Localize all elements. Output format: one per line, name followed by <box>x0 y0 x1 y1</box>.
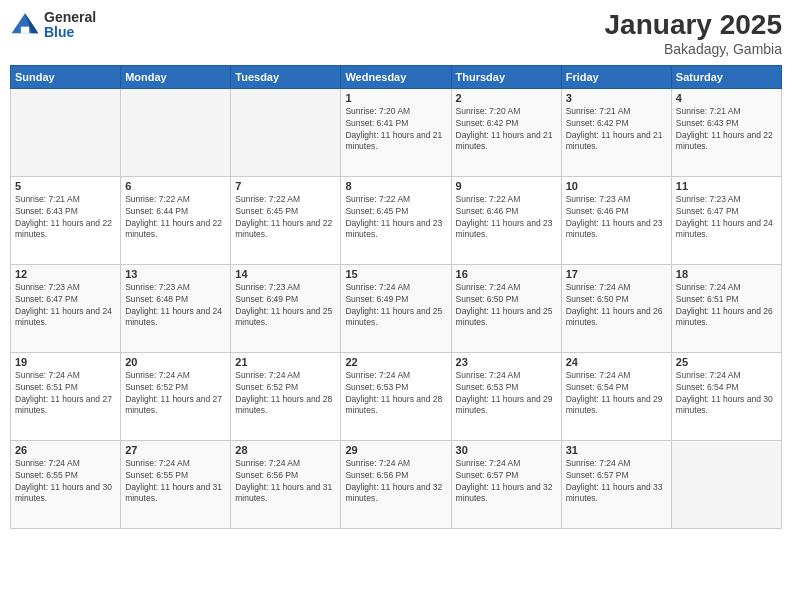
day-info: Sunrise: 7:21 AM Sunset: 6:43 PM Dayligh… <box>15 194 116 242</box>
day-number: 20 <box>125 356 226 368</box>
day-info: Sunrise: 7:24 AM Sunset: 6:50 PM Dayligh… <box>456 282 557 330</box>
col-tuesday: Tuesday <box>231 65 341 88</box>
day-number: 1 <box>345 92 446 104</box>
day-info: Sunrise: 7:24 AM Sunset: 6:54 PM Dayligh… <box>676 370 777 418</box>
day-number: 19 <box>15 356 116 368</box>
day-cell: 19Sunrise: 7:24 AM Sunset: 6:51 PM Dayli… <box>11 352 121 440</box>
day-cell: 18Sunrise: 7:24 AM Sunset: 6:51 PM Dayli… <box>671 264 781 352</box>
day-number: 17 <box>566 268 667 280</box>
day-number: 22 <box>345 356 446 368</box>
day-cell: 22Sunrise: 7:24 AM Sunset: 6:53 PM Dayli… <box>341 352 451 440</box>
col-monday: Monday <box>121 65 231 88</box>
day-number: 26 <box>15 444 116 456</box>
week-row-2: 12Sunrise: 7:23 AM Sunset: 6:47 PM Dayli… <box>11 264 782 352</box>
day-number: 29 <box>345 444 446 456</box>
day-cell: 16Sunrise: 7:24 AM Sunset: 6:50 PM Dayli… <box>451 264 561 352</box>
day-info: Sunrise: 7:22 AM Sunset: 6:44 PM Dayligh… <box>125 194 226 242</box>
day-number: 10 <box>566 180 667 192</box>
day-cell: 24Sunrise: 7:24 AM Sunset: 6:54 PM Dayli… <box>561 352 671 440</box>
day-number: 5 <box>15 180 116 192</box>
month-title: January 2025 <box>605 10 782 41</box>
day-info: Sunrise: 7:23 AM Sunset: 6:47 PM Dayligh… <box>676 194 777 242</box>
day-info: Sunrise: 7:21 AM Sunset: 6:42 PM Dayligh… <box>566 106 667 154</box>
day-cell: 14Sunrise: 7:23 AM Sunset: 6:49 PM Dayli… <box>231 264 341 352</box>
day-number: 16 <box>456 268 557 280</box>
day-number: 25 <box>676 356 777 368</box>
day-number: 28 <box>235 444 336 456</box>
day-cell: 1Sunrise: 7:20 AM Sunset: 6:41 PM Daylig… <box>341 88 451 176</box>
day-number: 9 <box>456 180 557 192</box>
day-cell: 4Sunrise: 7:21 AM Sunset: 6:43 PM Daylig… <box>671 88 781 176</box>
day-number: 21 <box>235 356 336 368</box>
day-info: Sunrise: 7:24 AM Sunset: 6:55 PM Dayligh… <box>125 458 226 506</box>
day-cell: 17Sunrise: 7:24 AM Sunset: 6:50 PM Dayli… <box>561 264 671 352</box>
col-saturday: Saturday <box>671 65 781 88</box>
day-cell: 25Sunrise: 7:24 AM Sunset: 6:54 PM Dayli… <box>671 352 781 440</box>
day-number: 2 <box>456 92 557 104</box>
logo-blue-text: Blue <box>44 25 96 40</box>
col-wednesday: Wednesday <box>341 65 451 88</box>
col-thursday: Thursday <box>451 65 561 88</box>
week-row-0: 1Sunrise: 7:20 AM Sunset: 6:41 PM Daylig… <box>11 88 782 176</box>
day-cell: 9Sunrise: 7:22 AM Sunset: 6:46 PM Daylig… <box>451 176 561 264</box>
day-info: Sunrise: 7:24 AM Sunset: 6:53 PM Dayligh… <box>345 370 446 418</box>
day-number: 30 <box>456 444 557 456</box>
day-info: Sunrise: 7:24 AM Sunset: 6:52 PM Dayligh… <box>125 370 226 418</box>
logo: General Blue <box>10 10 96 41</box>
day-info: Sunrise: 7:24 AM Sunset: 6:57 PM Dayligh… <box>456 458 557 506</box>
day-cell: 29Sunrise: 7:24 AM Sunset: 6:56 PM Dayli… <box>341 440 451 528</box>
day-number: 7 <box>235 180 336 192</box>
svg-rect-2 <box>21 27 29 34</box>
day-info: Sunrise: 7:24 AM Sunset: 6:51 PM Dayligh… <box>676 282 777 330</box>
day-cell: 2Sunrise: 7:20 AM Sunset: 6:42 PM Daylig… <box>451 88 561 176</box>
header: General Blue January 2025 Bakadagy, Gamb… <box>10 10 782 57</box>
day-cell: 21Sunrise: 7:24 AM Sunset: 6:52 PM Dayli… <box>231 352 341 440</box>
day-cell: 8Sunrise: 7:22 AM Sunset: 6:45 PM Daylig… <box>341 176 451 264</box>
day-cell: 30Sunrise: 7:24 AM Sunset: 6:57 PM Dayli… <box>451 440 561 528</box>
day-number: 31 <box>566 444 667 456</box>
col-friday: Friday <box>561 65 671 88</box>
page: General Blue January 2025 Bakadagy, Gamb… <box>0 0 792 612</box>
day-number: 27 <box>125 444 226 456</box>
day-cell: 27Sunrise: 7:24 AM Sunset: 6:55 PM Dayli… <box>121 440 231 528</box>
day-info: Sunrise: 7:23 AM Sunset: 6:49 PM Dayligh… <box>235 282 336 330</box>
day-info: Sunrise: 7:24 AM Sunset: 6:53 PM Dayligh… <box>456 370 557 418</box>
day-info: Sunrise: 7:24 AM Sunset: 6:50 PM Dayligh… <box>566 282 667 330</box>
day-cell: 11Sunrise: 7:23 AM Sunset: 6:47 PM Dayli… <box>671 176 781 264</box>
day-cell: 28Sunrise: 7:24 AM Sunset: 6:56 PM Dayli… <box>231 440 341 528</box>
logo-text: General Blue <box>44 10 96 41</box>
day-cell <box>671 440 781 528</box>
day-cell <box>121 88 231 176</box>
week-row-1: 5Sunrise: 7:21 AM Sunset: 6:43 PM Daylig… <box>11 176 782 264</box>
day-cell: 23Sunrise: 7:24 AM Sunset: 6:53 PM Dayli… <box>451 352 561 440</box>
day-info: Sunrise: 7:22 AM Sunset: 6:46 PM Dayligh… <box>456 194 557 242</box>
calendar-body: 1Sunrise: 7:20 AM Sunset: 6:41 PM Daylig… <box>11 88 782 528</box>
day-info: Sunrise: 7:24 AM Sunset: 6:57 PM Dayligh… <box>566 458 667 506</box>
day-info: Sunrise: 7:24 AM Sunset: 6:56 PM Dayligh… <box>235 458 336 506</box>
day-cell: 7Sunrise: 7:22 AM Sunset: 6:45 PM Daylig… <box>231 176 341 264</box>
title-block: January 2025 Bakadagy, Gambia <box>605 10 782 57</box>
day-info: Sunrise: 7:21 AM Sunset: 6:43 PM Dayligh… <box>676 106 777 154</box>
day-cell: 5Sunrise: 7:21 AM Sunset: 6:43 PM Daylig… <box>11 176 121 264</box>
day-number: 4 <box>676 92 777 104</box>
col-sunday: Sunday <box>11 65 121 88</box>
week-row-4: 26Sunrise: 7:24 AM Sunset: 6:55 PM Dayli… <box>11 440 782 528</box>
day-info: Sunrise: 7:24 AM Sunset: 6:55 PM Dayligh… <box>15 458 116 506</box>
day-number: 11 <box>676 180 777 192</box>
day-number: 18 <box>676 268 777 280</box>
day-number: 3 <box>566 92 667 104</box>
day-info: Sunrise: 7:23 AM Sunset: 6:47 PM Dayligh… <box>15 282 116 330</box>
day-info: Sunrise: 7:24 AM Sunset: 6:52 PM Dayligh… <box>235 370 336 418</box>
day-number: 23 <box>456 356 557 368</box>
day-info: Sunrise: 7:20 AM Sunset: 6:41 PM Dayligh… <box>345 106 446 154</box>
logo-icon <box>10 10 40 40</box>
day-info: Sunrise: 7:23 AM Sunset: 6:46 PM Dayligh… <box>566 194 667 242</box>
logo-general-text: General <box>44 10 96 25</box>
day-info: Sunrise: 7:20 AM Sunset: 6:42 PM Dayligh… <box>456 106 557 154</box>
day-cell: 15Sunrise: 7:24 AM Sunset: 6:49 PM Dayli… <box>341 264 451 352</box>
day-info: Sunrise: 7:23 AM Sunset: 6:48 PM Dayligh… <box>125 282 226 330</box>
day-info: Sunrise: 7:22 AM Sunset: 6:45 PM Dayligh… <box>345 194 446 242</box>
day-info: Sunrise: 7:24 AM Sunset: 6:54 PM Dayligh… <box>566 370 667 418</box>
day-cell: 26Sunrise: 7:24 AM Sunset: 6:55 PM Dayli… <box>11 440 121 528</box>
week-row-3: 19Sunrise: 7:24 AM Sunset: 6:51 PM Dayli… <box>11 352 782 440</box>
